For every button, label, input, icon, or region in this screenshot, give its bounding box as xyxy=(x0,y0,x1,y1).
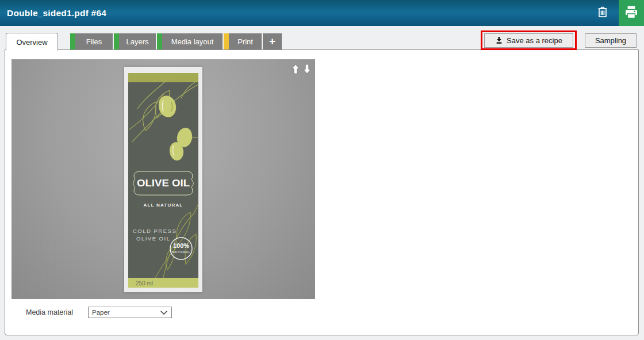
tab-print[interactable]: Print xyxy=(224,33,262,49)
svg-text:100%: 100% xyxy=(173,242,189,249)
tab-print-status-indicator xyxy=(224,33,229,49)
svg-text:COLD PRESS: COLD PRESS xyxy=(133,228,177,234)
print-button[interactable] xyxy=(619,0,644,26)
svg-text:ALL NATURAL: ALL NATURAL xyxy=(144,203,183,208)
tab-media-layout[interactable]: Media layout xyxy=(157,33,223,49)
arrow-down-icon[interactable] xyxy=(302,63,312,74)
tab-files[interactable]: Files xyxy=(70,33,113,49)
svg-text:250 ml: 250 ml xyxy=(136,280,153,286)
delete-job-button[interactable] xyxy=(592,3,613,24)
tab-files-label: Files xyxy=(75,37,113,46)
preview-nav-arrows xyxy=(290,63,312,74)
save-as-recipe-button[interactable]: Save as a recipe xyxy=(484,33,573,48)
title-bar: Double_sided1.pdf #64 xyxy=(0,0,644,26)
label-preview-image: OLIVE OIL ALL NATURAL COLD PRESS OLIVE O… xyxy=(124,67,202,292)
job-title: Double_sided1.pdf #64 xyxy=(7,0,106,26)
printer-icon xyxy=(623,4,639,22)
job-preview-area: OLIVE OIL ALL NATURAL COLD PRESS OLIVE O… xyxy=(12,59,315,299)
add-tab-button[interactable]: + xyxy=(263,33,282,49)
chevron-down-icon xyxy=(160,311,167,315)
media-material-row: Media material Paper xyxy=(26,307,172,318)
tab-overview[interactable]: Overview xyxy=(6,33,58,51)
annotation-highlight-box: Save as a recipe xyxy=(481,30,577,50)
svg-text:OLIVE OIL: OLIVE OIL xyxy=(136,235,170,242)
save-as-recipe-label: Save as a recipe xyxy=(507,36,562,45)
svg-text:NATURAL: NATURAL xyxy=(171,250,190,254)
tab-media-layout-label: Media layout xyxy=(162,37,223,46)
download-icon xyxy=(495,36,503,44)
tab-print-label: Print xyxy=(229,37,262,46)
media-material-dropdown[interactable]: Paper xyxy=(88,307,172,318)
sampling-button[interactable]: Sampling xyxy=(585,33,637,48)
tab-files-status-indicator xyxy=(70,33,75,49)
tab-layers-label: Layers xyxy=(119,37,156,46)
trash-icon xyxy=(596,5,610,21)
tab-media-layout-status-indicator xyxy=(157,33,162,49)
arrow-up-icon[interactable] xyxy=(290,63,300,74)
media-material-label: Media material xyxy=(26,308,73,316)
tab-layers-status-indicator xyxy=(114,33,119,49)
app-window: Double_sided1.pdf #64 xyxy=(0,0,644,340)
svg-text:OLIVE OIL: OLIVE OIL xyxy=(137,178,190,189)
media-material-value: Paper xyxy=(92,309,110,316)
tab-layers[interactable]: Layers xyxy=(114,33,156,49)
